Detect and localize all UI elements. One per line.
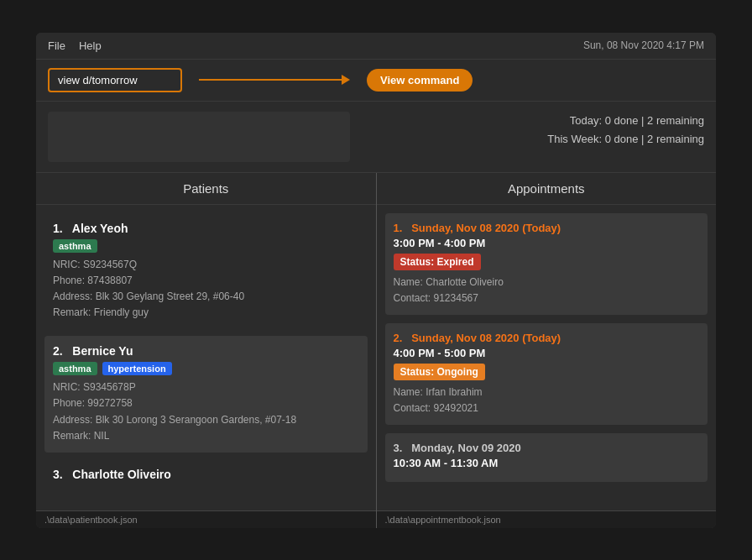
tag-hypertension-2: hypertension: [102, 362, 172, 375]
patients-footer: .\data\patientbook.json: [36, 510, 376, 528]
appt-3-date-text: Monday, Nov 09 2020: [411, 442, 521, 454]
patient-2-phone: Phone: 99272758: [53, 395, 359, 411]
main-content: Patients 1. Alex Yeoh asthma NRIC: S9234…: [36, 173, 716, 528]
appt-1-date-text: Sunday, Nov 08 2020 (Today): [411, 222, 561, 234]
command-input[interactable]: [48, 68, 182, 92]
appt-1-number: 1.: [394, 222, 403, 234]
patient-3-number: 3.: [53, 468, 63, 481]
patient-2-tags: asthma hypertension: [53, 362, 359, 375]
datetime-display: Sun, 08 Nov 2020 4:17 PM: [583, 39, 704, 51]
menu-file[interactable]: File: [48, 39, 65, 52]
appt-2-status-badge: Status: Ongoing: [394, 364, 485, 380]
patient-3-name: 3. Charlotte Oliveiro: [53, 468, 359, 481]
appointment-card-2[interactable]: 2. Sunday, Nov 08 2020 (Today) 4:00 PM -…: [385, 323, 708, 425]
patient-1-phone: Phone: 87438807: [53, 273, 359, 289]
appointment-card-3[interactable]: 3. Monday, Nov 09 2020 10:30 AM - 11:30 …: [385, 433, 708, 482]
patient-1-number: 1.: [53, 222, 63, 235]
patient-card-3[interactable]: 3. Charlotte Oliveiro: [44, 459, 368, 494]
appt-2-contact: Contact: 92492021: [394, 400, 700, 416]
stats-text-area: Today: 0 done | 2 remaining This Week: 0…: [547, 112, 704, 149]
appt-2-time: 4:00 PM - 5:00 PM: [394, 347, 700, 359]
patient-1-nric: NRIC: S9234567Q: [53, 257, 359, 273]
appt-2-date-text: Sunday, Nov 08 2020 (Today): [411, 332, 561, 344]
app-window: File Help Sun, 08 Nov 2020 4:17 PM View …: [36, 33, 716, 528]
appt-3-time: 10:30 AM - 11:30 AM: [394, 457, 700, 469]
patients-header: Patients: [36, 173, 376, 205]
appt-1-status-badge: Status: Expired: [394, 254, 481, 270]
view-command-button[interactable]: View command: [367, 69, 473, 92]
appt-2-date-label: 2. Sunday, Nov 08 2020 (Today): [394, 332, 700, 344]
menu-bar: File Help Sun, 08 Nov 2020 4:17 PM: [36, 33, 716, 60]
appt-2-name: Name: Irfan Ibrahim: [394, 385, 700, 400]
patient-2-name: 2. Bernice Yu: [53, 344, 359, 358]
appointments-list: 1. Sunday, Nov 08 2020 (Today) 3:00 PM -…: [377, 205, 717, 510]
patient-card-1[interactable]: 1. Alex Yeoh asthma NRIC: S9234567Q Phon…: [44, 213, 368, 330]
arrow-body: [199, 79, 342, 81]
patient-1-address: Address: Blk 30 Geylang Street 29, #06-4…: [53, 289, 359, 305]
arrow-indicator: [199, 75, 350, 85]
patient-card-2[interactable]: 2. Bernice Yu asthma hypertension NRIC: …: [44, 336, 368, 453]
appt-3-number: 3.: [394, 442, 403, 454]
patients-panel: Patients 1. Alex Yeoh asthma NRIC: S9234…: [36, 173, 376, 528]
patient-2-remark: Remark: NIL: [53, 428, 359, 444]
patient-2-name-text: Bernice Yu: [72, 344, 133, 358]
patient-2-nric: NRIC: S9345678P: [53, 379, 359, 395]
arrow-head: [342, 75, 350, 85]
menu-items: File Help: [48, 39, 102, 52]
appt-1-contact: Contact: 91234567: [394, 290, 700, 306]
appointments-panel: Appointments 1. Sunday, Nov 08 2020 (Tod…: [377, 173, 717, 528]
menu-help[interactable]: Help: [79, 39, 102, 52]
stats-chart-area: [48, 112, 350, 162]
command-bar: View command: [36, 60, 716, 102]
appointments-footer: .\data\appointmentbook.json: [377, 510, 717, 528]
stats-week: This Week: 0 done | 2 remaining: [547, 130, 704, 149]
patient-1-name-text: Alex Yeoh: [72, 222, 128, 235]
patients-list: 1. Alex Yeoh asthma NRIC: S9234567Q Phon…: [36, 205, 376, 510]
appt-1-time: 3:00 PM - 4:00 PM: [394, 237, 700, 249]
patient-3-name-text: Charlotte Oliveiro: [72, 468, 170, 481]
patient-1-name: 1. Alex Yeoh: [53, 222, 359, 235]
tag-asthma-1: asthma: [53, 239, 97, 253]
patient-2-address: Address: Blk 30 Lorong 3 Serangoon Garde…: [53, 412, 359, 428]
tag-asthma-2: asthma: [53, 362, 97, 375]
patient-1-tags: asthma: [53, 239, 359, 253]
appointment-card-1[interactable]: 1. Sunday, Nov 08 2020 (Today) 3:00 PM -…: [385, 213, 708, 315]
appt-3-date-label: 3. Monday, Nov 09 2020: [394, 442, 700, 454]
appt-1-date-label: 1. Sunday, Nov 08 2020 (Today): [394, 222, 700, 234]
stats-today: Today: 0 done | 2 remaining: [547, 112, 704, 130]
patient-2-number: 2.: [53, 344, 63, 358]
appt-2-number: 2.: [394, 332, 403, 344]
appointments-header: Appointments: [377, 173, 717, 205]
appt-1-name: Name: Charlotte Oliveiro: [394, 275, 700, 290]
stats-bar: Today: 0 done | 2 remaining This Week: 0…: [36, 102, 716, 173]
patient-1-remark: Remark: Friendly guy: [53, 305, 359, 321]
